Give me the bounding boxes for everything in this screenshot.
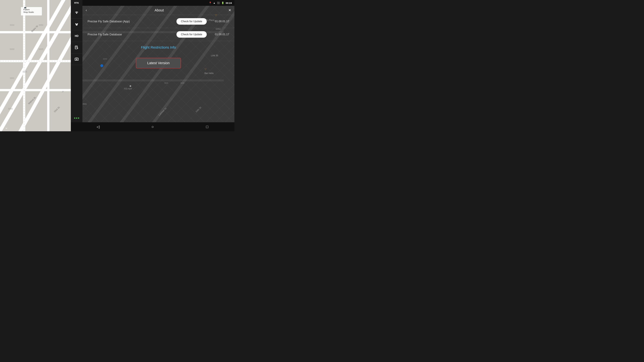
svg-point-51 <box>76 13 77 14</box>
svg-rect-53 <box>75 23 76 24</box>
check-update-app-button[interactable]: Check for Update <box>176 18 207 25</box>
nav-recent-button[interactable]: □ <box>202 122 212 131</box>
back-button[interactable]: ‹ <box>86 8 87 12</box>
nav-back-button[interactable]: ◁ <box>93 122 103 131</box>
chevron-down-icon[interactable]: ⌄ <box>4 125 8 130</box>
db-version: 01.00.01.17 <box>210 33 229 36</box>
svg-text:3301: 3301 <box>10 77 14 79</box>
latest-version-container: Latest Version <box>82 54 234 72</box>
svg-text:3333: 3333 <box>10 24 14 26</box>
svg-rect-57 <box>76 25 77 25</box>
about-header: ‹ About ✕ <box>82 6 234 15</box>
database-row: Precise Fly Safe Database Check for Upda… <box>82 28 234 41</box>
sidebar-item-flightplan[interactable] <box>71 42 82 53</box>
svg-rect-58 <box>75 46 78 49</box>
svg-text:📷: 📷 <box>24 6 26 8</box>
svg-text:Shop Studio: Shop Studio <box>23 11 34 13</box>
svg-point-62 <box>76 58 77 60</box>
nav-home-button[interactable]: ○ <box>148 122 158 131</box>
database-label: Precise Fly Safe Database <box>88 33 176 36</box>
dot-1 <box>74 117 75 119</box>
rtk-label: RTK <box>71 0 82 6</box>
svg-text:3325: 3325 <box>39 48 43 50</box>
dot-3 <box>78 117 79 119</box>
map-area: ➔ 3333 3350 3325 3300 3315 3301 3201 Bla… <box>0 0 71 131</box>
cast-icon: ⬛ <box>217 1 220 4</box>
sidebar-item-drone[interactable] <box>71 19 82 30</box>
flight-restrictions-link[interactable]: Flight Restrictions Info <box>141 45 176 49</box>
close-button[interactable]: ✕ <box>228 8 231 12</box>
sidebar-item-camera[interactable] <box>71 53 82 65</box>
dot-indicator <box>74 116 79 120</box>
app-version: 01.00.01.17 <box>210 20 229 23</box>
svg-text:3350: 3350 <box>39 24 43 26</box>
wifi-icon: ▲ <box>213 1 216 4</box>
check-update-button[interactable]: Check for Update <box>176 31 207 38</box>
svg-text:3201: 3201 <box>8 107 13 110</box>
database-app-row: Precise Fly Safe Database (App) Check fo… <box>82 15 234 28</box>
sidebar-item-signal[interactable] <box>71 7 82 19</box>
flight-restrictions-row: Flight Restrictions Info <box>82 41 234 54</box>
svg-text:3315: 3315 <box>22 70 27 73</box>
location-icon: 📍 <box>209 1 212 4</box>
database-app-label: Precise Fly Safe Database (App) <box>88 20 176 23</box>
bottom-nav: ◁ ○ □ <box>71 122 234 131</box>
status-bar: 📍 ▲ ⬛ 🔋 00:24 <box>71 0 234 6</box>
status-time: 00:24 <box>226 1 232 4</box>
svg-text:3300: 3300 <box>10 48 14 50</box>
svg-rect-54 <box>77 23 78 24</box>
latest-version-button[interactable]: Latest Version <box>136 58 181 68</box>
sidebar: HD <box>71 0 82 131</box>
battery-icon: 🔋 <box>222 1 224 4</box>
svg-rect-56 <box>77 24 77 24</box>
svg-rect-55 <box>76 24 76 24</box>
about-panel: ‹ About ✕ Precise Fly Safe Database (App… <box>82 6 234 122</box>
sidebar-item-hd[interactable]: HD <box>71 30 82 42</box>
dot-2 <box>76 117 77 119</box>
about-title: About <box>90 8 228 12</box>
svg-text:Pattern: Pattern <box>23 8 30 11</box>
